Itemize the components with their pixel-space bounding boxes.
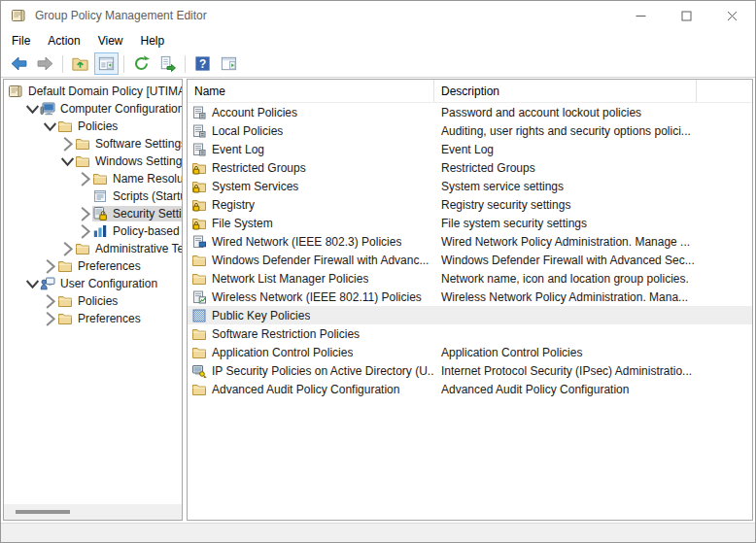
tree-indent [4, 135, 60, 153]
toolbar-separator [123, 55, 124, 73]
help-icon: ? [193, 54, 212, 73]
show-console-tree-button[interactable] [94, 52, 119, 75]
list-row-software-restriction-policies[interactable]: Software Restriction Policies [188, 324, 752, 343]
public-key-icon [191, 308, 207, 323]
chevron-down-icon[interactable] [60, 153, 75, 170]
menu-help[interactable]: Help [132, 31, 174, 51]
scrollbar-thumb[interactable] [16, 510, 70, 514]
tree-indent [4, 240, 60, 257]
list-row-advanced-audit-policy-configuration[interactable]: Advanced Audit Policy ConfigurationAdvan… [188, 380, 752, 398]
item-name: Registry [207, 198, 255, 212]
user-config-icon [40, 276, 55, 291]
results-pane[interactable]: Name Description Account PoliciesPasswor… [187, 79, 753, 521]
up-one-level-button[interactable] [68, 52, 92, 75]
tree-item-policies[interactable]: Policies [4, 118, 182, 135]
chevron-right-icon[interactable] [78, 206, 92, 222]
chevron-right-icon[interactable] [60, 136, 75, 153]
column-header-description[interactable]: Description [434, 80, 697, 102]
list-row-file-system[interactable]: File SystemFile system security settings [188, 214, 752, 232]
item-description: Wireless Network Policy Administration. … [434, 290, 752, 304]
back-button[interactable] [7, 52, 31, 75]
cell-name: Local Policies [188, 123, 434, 139]
tree-item-body: Administrative Temp [75, 241, 182, 256]
tree-item-scripts-startup-s[interactable]: Scripts (Startup/S [4, 187, 182, 205]
tree-item-policy-based-qos[interactable]: Policy-based QoS [4, 222, 182, 240]
tree-item-default-domain-policy-utimac[interactable]: Default Domain Policy [UTIMAC [4, 83, 182, 100]
item-description: File system security settings [434, 217, 752, 230]
console-tree-pane[interactable]: Default Domain Policy [UTIMACComputer Co… [3, 79, 183, 521]
item-description: Restricted Groups [434, 161, 752, 175]
menu-action[interactable]: Action [39, 31, 88, 51]
refresh-button[interactable] [129, 52, 154, 75]
tree-item-user-configuration[interactable]: User Configuration [4, 275, 182, 292]
tree-item-label: Scripts (Startup/S [108, 189, 182, 203]
policy-doc-icon [191, 142, 207, 157]
tree-horizontal-scrollbar[interactable] [4, 504, 182, 520]
list-row-wired-network-ieee-802-3-policies[interactable]: Wired Network (IEEE 802.3) PoliciesWired… [188, 232, 752, 251]
cell-name: Windows Defender Firewall with Advanc... [188, 253, 434, 268]
folder-icon [191, 253, 207, 268]
list-row-ip-security-policies-on-active-directory-u[interactable]: IP Security Policies on Active Directory… [188, 361, 752, 380]
show-action-pane-button[interactable] [217, 52, 241, 75]
tree-item-body: Preferences [57, 311, 182, 326]
tree-item-preferences[interactable]: Preferences [4, 310, 182, 327]
tree-indent [4, 257, 43, 275]
list-row-account-policies[interactable]: Account PoliciesPassword and account loc… [188, 103, 752, 121]
item-description: Auditing, user rights and security optio… [434, 124, 752, 138]
chevron-down-icon[interactable] [43, 119, 57, 135]
list-row-registry[interactable]: RegistryRegistry security settings [188, 195, 752, 214]
chevron-right-icon[interactable] [43, 311, 57, 327]
tree-item-software-settings[interactable]: Software Settings [4, 135, 182, 153]
list-row-application-control-policies[interactable]: Application Control PoliciesApplication … [188, 343, 752, 361]
qos-chart-icon [92, 223, 108, 239]
list-row-windows-defender-firewall-with-advanc[interactable]: Windows Defender Firewall with Advanc...… [188, 251, 752, 269]
group-policy-editor-window: Group Policy Management Editor FileActio… [0, 0, 756, 543]
chevron-down-icon[interactable] [25, 276, 40, 292]
tree-item-windows-settings[interactable]: Windows Settings [4, 153, 182, 170]
column-header-name[interactable]: Name [188, 80, 434, 102]
tree-item-body: Policies [57, 293, 182, 309]
chevron-right-icon[interactable] [78, 223, 92, 240]
tree-item-body: Scripts (Startup/S [92, 188, 182, 204]
chevron-right-icon[interactable] [43, 293, 57, 310]
list-row-wireless-network-ieee-802-11-policies[interactable]: Wireless Network (IEEE 802.11) PoliciesW… [188, 288, 752, 306]
tree-item-body: Windows Settings [75, 153, 182, 169]
list-row-network-list-manager-policies[interactable]: Network List Manager PoliciesNetwork nam… [188, 269, 752, 288]
maximize-button[interactable] [664, 1, 709, 30]
column-header-filler [697, 80, 752, 102]
export-list-button[interactable] [155, 52, 180, 75]
help-button[interactable]: ? [190, 52, 215, 75]
menubar: FileActionViewHelp [1, 30, 755, 51]
tree-item-security-settings[interactable]: Security Settings [4, 205, 182, 222]
forward-arrow-icon [36, 54, 54, 73]
cell-name: Account Policies [188, 105, 434, 120]
list-row-event-log[interactable]: Event LogEvent Log [188, 140, 752, 158]
menu-view[interactable]: View [89, 31, 132, 51]
chevron-down-icon[interactable] [25, 101, 40, 118]
list-row-restricted-groups[interactable]: Restricted GroupsRestricted Groups [188, 158, 752, 177]
tree-item-administrative-temp[interactable]: Administrative Temp [4, 240, 182, 257]
gpo-scroll-icon [8, 84, 23, 99]
tree-item-preferences[interactable]: Preferences [4, 257, 182, 275]
policy-doc-icon [191, 123, 207, 139]
minimize-button[interactable] [618, 1, 664, 30]
tree-item-computer-configuration[interactable]: Computer Configuration [4, 100, 182, 118]
list-row-local-policies[interactable]: Local PoliciesAuditing, user rights and … [188, 121, 752, 140]
chevron-right-icon[interactable] [60, 241, 75, 257]
tree-item-label: Computer Configuration [55, 102, 182, 116]
toolbar-separator [62, 55, 63, 73]
tree-item-label: Policies [73, 119, 120, 133]
cell-name: Network List Manager Policies [188, 271, 434, 287]
chevron-right-icon[interactable] [78, 171, 92, 187]
item-description: Internet Protocol Security (IPsec) Admin… [434, 364, 752, 378]
list-row-system-services[interactable]: System ServicesSystem service settings [188, 177, 752, 195]
forward-button[interactable] [33, 52, 57, 75]
close-button[interactable] [709, 1, 755, 30]
tree-item-name-resolution[interactable]: Name Resolution [4, 170, 182, 187]
tree-item-label: User Configuration [55, 277, 159, 290]
chevron-right-icon[interactable] [43, 258, 57, 275]
tree-item-policies[interactable]: Policies [4, 292, 182, 310]
menu-file[interactable]: File [3, 31, 39, 51]
list-row-public-key-policies[interactable]: Public Key Policies [188, 306, 752, 324]
item-name: IP Security Policies on Active Directory… [207, 364, 434, 378]
